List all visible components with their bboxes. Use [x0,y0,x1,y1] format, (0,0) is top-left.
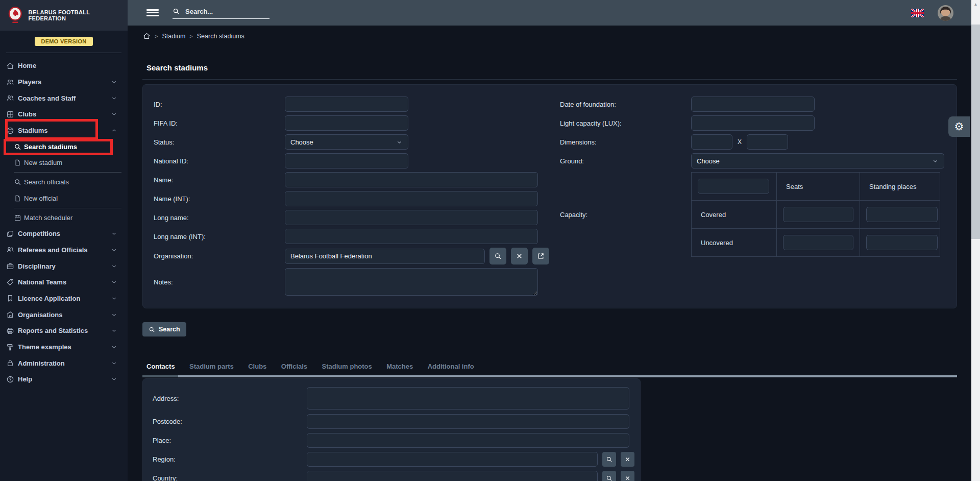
search-input[interactable] [184,7,261,16]
date-of-foundation-input[interactable] [691,97,815,112]
licence-icon [6,294,14,302]
sidebar-item-home[interactable]: Home [0,58,128,74]
organisation-open-button[interactable] [532,248,549,264]
organisation-input[interactable] [285,249,485,264]
long-name-int-label: Long name (INT): [154,233,285,240]
reports-icon [6,327,14,335]
sidebar-item-match-scheduler[interactable]: Match scheduler [0,209,128,226]
national-id-label: National ID: [154,157,285,165]
search-button[interactable]: Search [142,322,186,336]
name-input[interactable] [285,172,538,187]
uncovered-seats-input[interactable] [783,235,853,250]
fifa-id-input[interactable] [285,115,408,131]
breadcrumb: > Stadium > Search stadiums [143,32,244,40]
tab-matches[interactable]: Matches [386,363,413,370]
region-input[interactable] [307,452,598,467]
status-label: Status: [154,138,285,146]
tab-stadium-photos[interactable]: Stadium photos [322,363,372,370]
sidebar-item-national-teams[interactable]: National Teams [0,274,128,291]
ground-select[interactable]: Choose [691,153,944,169]
breadcrumb-search-stadiums[interactable]: Search stadiums [197,33,244,40]
sidebar-item-label: Stadiums [18,127,48,134]
organisation-clear-button[interactable] [511,248,528,264]
sidebar-item-new-stadium[interactable]: New stadium [0,155,128,171]
region-clear-button[interactable] [621,452,634,467]
long-name-label: Long name: [154,214,285,222]
chevron-down-icon [111,111,117,117]
sidebar-item-label: Home [18,62,36,69]
tab-clubs[interactable]: Clubs [248,363,266,370]
long-name-input[interactable] [285,210,538,225]
chevron-down-icon [111,279,117,285]
country-clear-button[interactable] [621,471,634,481]
players-icon [6,78,14,86]
status-select[interactable]: Choose [285,134,408,150]
sidebar-item-label: New official [24,195,58,202]
search-icon [14,143,21,151]
dimensions-width-input[interactable] [691,134,732,150]
sidebar-item-new-official[interactable]: New official [0,190,128,207]
sidebar-item-search-officials[interactable]: Search officials [0,174,128,190]
place-input[interactable] [307,433,629,448]
home-icon[interactable] [143,32,151,40]
country-input[interactable] [307,471,598,481]
sidebar-item-disciplinary[interactable]: Disciplinary [0,258,128,274]
sidebar-item-theme-examples[interactable]: Theme examples [0,339,128,355]
tab-contacts[interactable]: Contacts [142,363,175,370]
sidebar-item-organisations[interactable]: Organisations [0,306,128,323]
clubs-icon [6,110,14,118]
scrollbar[interactable]: ▲ [971,0,980,481]
address-textarea[interactable] [307,387,629,410]
organisation-search-button[interactable] [489,248,506,264]
region-search-button[interactable] [602,452,616,467]
close-icon [624,475,631,481]
long-name-int-input[interactable] [285,229,538,244]
tab-additional-info[interactable]: Additional info [428,363,474,370]
sidebar-item-label: Referees and Officials [18,246,88,254]
sidebar-group-divider [14,208,121,208]
ground-label: Ground: [560,157,691,165]
tab-officials[interactable]: Officials [281,363,307,370]
sidebar-item-help[interactable]: Help [0,371,128,388]
postcode-input[interactable] [307,414,629,429]
national-id-input[interactable] [285,153,408,169]
search-icon [149,326,155,333]
sidebar-item-competitions[interactable]: Competitions [0,226,128,242]
name-int-input[interactable] [285,191,538,206]
sidebar-item-reports-and-statistics[interactable]: Reports and Statistics [0,323,128,339]
uncovered-standing-input[interactable] [866,235,938,250]
breadcrumb-stadium[interactable]: Stadium [162,33,185,40]
covered-seats-input[interactable] [783,207,853,222]
sidebar-item-stadiums[interactable]: Stadiums [0,123,128,139]
sidebar-item-clubs[interactable]: Clubs [0,106,128,123]
form-column-left: ID: FIFA ID: Status: Choose National ID: [154,97,550,299]
sidebar-item-search-stadiums[interactable]: Search stadiums [0,138,128,155]
sidebar-item-licence-application[interactable]: Licence Application [0,291,128,307]
uk-flag-icon[interactable] [911,9,924,17]
notes-textarea[interactable] [285,268,538,296]
covered-standing-input[interactable] [866,207,938,222]
sidebar-item-referees-and-officials[interactable]: Referees and Officials [0,242,128,258]
postcode-label: Postcode: [153,418,307,425]
id-input[interactable] [285,97,408,112]
tab-bar: Contacts Stadium parts Clubs Officials S… [142,362,486,371]
sidebar-item-players[interactable]: Players [0,74,128,90]
dimensions-length-input[interactable] [747,134,788,150]
chevron-down-icon [111,230,117,237]
settings-gear-button[interactable]: ⚙ [948,116,970,137]
capacity-filter-input[interactable] [698,179,769,194]
hamburger-menu-icon[interactable] [146,8,159,18]
sidebar-item-coaches-and-staff[interactable]: Coaches and Staff [0,90,128,106]
dimensions-separator: X [738,138,742,146]
light-capacity-input[interactable] [691,115,815,131]
tab-stadium-parts[interactable]: Stadium parts [189,363,234,370]
sidebar-item-label: Competitions [18,230,60,237]
scrollbar-thumb[interactable] [971,25,980,239]
form-row: FIFA ID: [154,115,550,131]
close-icon [624,456,631,463]
scroll-up-arrow-icon[interactable]: ▲ [971,0,980,9]
user-avatar[interactable] [938,5,953,21]
form-row: Name (INT): [154,191,550,206]
sidebar-item-administration[interactable]: Administration [0,355,128,371]
country-search-button[interactable] [602,471,616,481]
